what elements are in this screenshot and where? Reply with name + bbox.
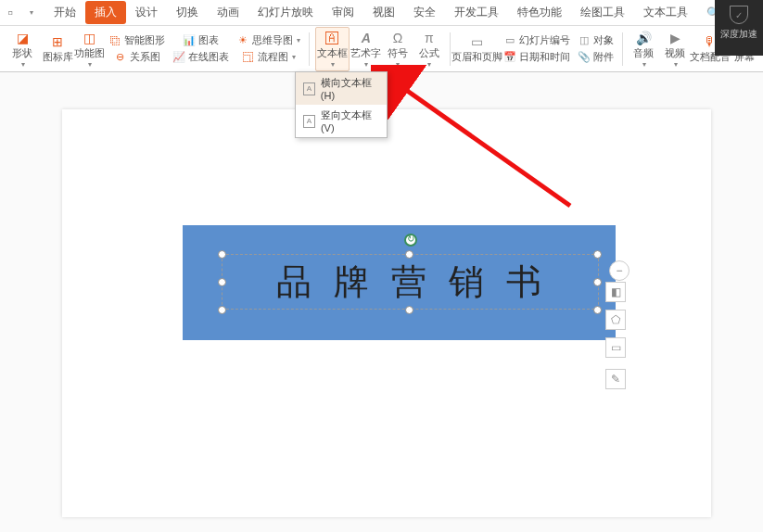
audio-label: 音频 bbox=[633, 46, 654, 60]
function-button[interactable]: ◫ 功能图 bbox=[74, 28, 104, 70]
ribbon: ◪ 形状 ⊞ 图标库 ◫ 功能图 ⿻智能图形 ⊖关系图 📊图表 📈在线图表 ☀思… bbox=[0, 26, 763, 72]
divider bbox=[622, 32, 623, 66]
symbol-label: 符号 bbox=[388, 46, 408, 60]
onlinechart-button[interactable]: 📈在线图表 bbox=[170, 49, 232, 65]
float-rect[interactable]: ▭ bbox=[605, 337, 626, 358]
shapes-label: 形状 bbox=[12, 46, 32, 60]
float-pencil[interactable]: ✎ bbox=[605, 369, 626, 389]
object-icon: ◫ bbox=[578, 34, 591, 47]
video-label: 视频 bbox=[665, 46, 685, 60]
iconlib-label: 图标库 bbox=[43, 50, 73, 64]
textbox-icon: 🄰 bbox=[324, 30, 340, 46]
relation-icon: ⊖ bbox=[114, 51, 127, 64]
handle-s[interactable] bbox=[405, 306, 413, 314]
flowchart-icon: ⿹ bbox=[242, 51, 255, 64]
tab-security[interactable]: 安全 bbox=[404, 1, 445, 24]
headerfooter-icon: ▭ bbox=[469, 33, 486, 50]
tab-design[interactable]: 设计 bbox=[126, 1, 167, 24]
chart-button[interactable]: 📊图表 bbox=[170, 32, 232, 48]
wordart-icon: A bbox=[358, 30, 375, 46]
textbox-button[interactable]: 🄰 文本框 bbox=[315, 27, 350, 71]
shield-icon: ✓ bbox=[730, 6, 748, 24]
tab-transition[interactable]: 切换 bbox=[167, 1, 208, 24]
handle-e[interactable] bbox=[593, 278, 602, 286]
tab-special[interactable]: 特色功能 bbox=[508, 1, 571, 24]
slidenumber-button[interactable]: ▭幻灯片编号 bbox=[501, 32, 573, 48]
attachment-button[interactable]: 📎附件 bbox=[575, 49, 617, 65]
wordart-button[interactable]: A 艺术字 bbox=[351, 28, 381, 70]
horizontal-textbox-icon: A bbox=[303, 82, 315, 95]
wordart-label: 艺术字 bbox=[350, 46, 381, 60]
horizontal-textbox-item[interactable]: A 横向文本框(H) bbox=[296, 72, 387, 105]
tab-review[interactable]: 审阅 bbox=[323, 1, 363, 24]
tab-drawtools[interactable]: 绘图工具 bbox=[571, 1, 634, 24]
attachment-label: 附件 bbox=[593, 50, 614, 64]
tab-slideshow[interactable]: 幻灯片放映 bbox=[248, 1, 323, 24]
tab-bar: ▫ 开始 插入 设计 切换 动画 幻灯片放映 审阅 视图 安全 开发工具 特色功… bbox=[0, 0, 763, 26]
divider bbox=[309, 32, 310, 66]
textbox-content: 品牌营销书 bbox=[276, 259, 564, 306]
vertical-textbox-item[interactable]: A 竖向文本框(V) bbox=[296, 105, 387, 137]
tab-insert[interactable]: 插入 bbox=[85, 1, 126, 24]
onlinechart-label: 在线图表 bbox=[188, 50, 229, 64]
iconlib-icon: ⊞ bbox=[49, 33, 66, 50]
textbox-dropdown: A 横向文本框(H) A 竖向文本框(V) bbox=[295, 71, 388, 138]
float-shape[interactable]: ⬠ bbox=[605, 310, 626, 330]
rotate-handle[interactable] bbox=[404, 234, 417, 247]
relation-button[interactable]: ⊖关系图 bbox=[106, 49, 168, 65]
formula-button[interactable]: π 公式 bbox=[414, 28, 444, 70]
float-layers[interactable]: ◧ bbox=[605, 282, 626, 302]
smartgraphic-icon: ⿻ bbox=[108, 34, 121, 47]
iconlib-button[interactable]: ⊞ 图标库 bbox=[43, 32, 72, 66]
formula-label: 公式 bbox=[419, 46, 439, 60]
onlinechart-icon: 📈 bbox=[172, 51, 185, 64]
smartgraphic-button[interactable]: ⿻智能图形 bbox=[106, 32, 168, 48]
symbol-button[interactable]: Ω 符号 bbox=[383, 28, 413, 70]
symbol-icon: Ω bbox=[389, 30, 406, 46]
tab-start[interactable]: 开始 bbox=[45, 1, 85, 24]
headerfooter-label: 页眉和页脚 bbox=[451, 50, 502, 64]
selected-textbox[interactable]: 品牌营销书 bbox=[222, 254, 599, 310]
object-label: 对象 bbox=[593, 33, 614, 47]
vertical-textbox-label: 竖向文本框(V) bbox=[321, 108, 379, 133]
accelerate-label: 深度加速 bbox=[720, 28, 757, 41]
datetime-button[interactable]: 📅日期和时间 bbox=[501, 49, 573, 65]
tab-view[interactable]: 视图 bbox=[363, 1, 404, 24]
dropdown-icon[interactable] bbox=[24, 6, 37, 19]
shapes-button[interactable]: ◪ 形状 bbox=[4, 28, 41, 70]
chart-icon: 📊 bbox=[183, 34, 196, 47]
chart-label: 图表 bbox=[198, 33, 219, 47]
divider bbox=[450, 32, 451, 66]
flowchart-label: 流程图 bbox=[258, 50, 288, 64]
function-label: 功能图 bbox=[74, 46, 105, 60]
video-icon: ▶ bbox=[667, 30, 683, 46]
slidenumber-label: 幻灯片编号 bbox=[519, 33, 570, 47]
tab-texttools[interactable]: 文本工具 bbox=[634, 1, 697, 24]
formula-icon: π bbox=[421, 30, 438, 46]
handle-nw[interactable] bbox=[218, 250, 226, 259]
headerfooter-button[interactable]: ▭ 页眉和页脚 bbox=[456, 32, 500, 66]
handle-se[interactable] bbox=[593, 306, 602, 314]
attachment-icon: 📎 bbox=[578, 51, 591, 64]
handle-ne[interactable] bbox=[593, 250, 602, 259]
video-button[interactable]: ▶ 视频 bbox=[660, 28, 690, 70]
handle-w[interactable] bbox=[218, 278, 226, 286]
save-icon[interactable]: ▫ bbox=[4, 6, 17, 19]
handle-n[interactable] bbox=[405, 250, 413, 259]
audio-button[interactable]: 🔊 音频 bbox=[629, 28, 658, 70]
textbox-label: 文本框 bbox=[317, 46, 348, 60]
float-collapse[interactable]: − bbox=[609, 260, 629, 281]
flowchart-button[interactable]: ⿹流程图 bbox=[234, 49, 303, 65]
vertical-textbox-icon: A bbox=[303, 115, 315, 128]
datetime-icon: 📅 bbox=[503, 51, 516, 64]
tab-animation[interactable]: 动画 bbox=[208, 1, 248, 24]
function-icon: ◫ bbox=[81, 30, 97, 46]
mindmap-button[interactable]: ☀思维导图 bbox=[234, 32, 303, 48]
object-button[interactable]: ◫对象 bbox=[575, 32, 617, 48]
handle-sw[interactable] bbox=[218, 306, 226, 314]
mindmap-label: 思维导图 bbox=[252, 33, 293, 47]
tab-developer[interactable]: 开发工具 bbox=[445, 1, 508, 24]
accelerate-panel[interactable]: ✓ 深度加速 bbox=[715, 0, 763, 56]
shapes-icon: ◪ bbox=[14, 30, 31, 46]
datetime-label: 日期和时间 bbox=[519, 50, 570, 64]
